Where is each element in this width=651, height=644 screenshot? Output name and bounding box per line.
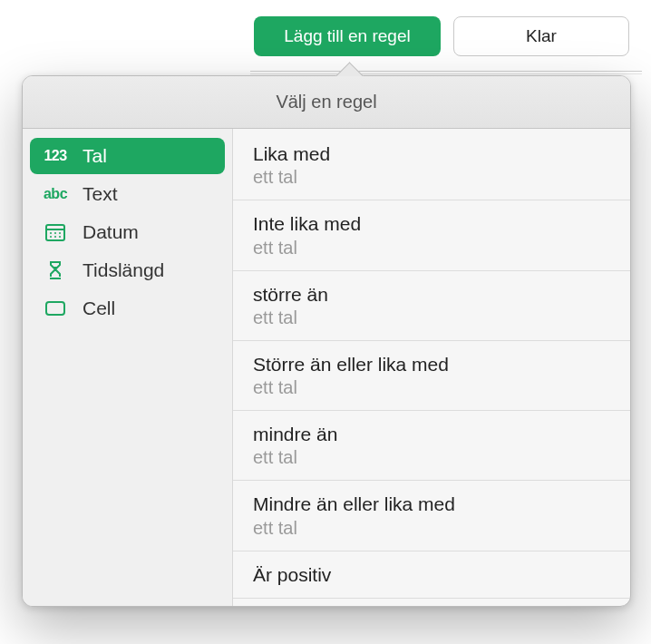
sidebar-item-label: Tidslängd bbox=[83, 259, 164, 281]
cell-icon bbox=[41, 299, 70, 317]
rule-subtitle: ett tal bbox=[253, 237, 610, 259]
svg-rect-8 bbox=[46, 302, 64, 315]
rule-list[interactable]: Lika medett talInte lika medett talstörr… bbox=[233, 129, 630, 606]
rule-item[interactable]: Är positiv bbox=[233, 551, 630, 599]
popover-body: 123TalabcTextDatumTidslängdCell Lika med… bbox=[23, 129, 630, 606]
rule-subtitle: ett tal bbox=[253, 166, 610, 189]
rule-title: Mindre än eller lika med bbox=[253, 493, 610, 516]
rule-title: Lika med bbox=[253, 142, 610, 166]
calendar-icon bbox=[41, 223, 70, 241]
sidebar-item-label: Cell bbox=[83, 298, 115, 319]
rule-title: större än bbox=[253, 283, 610, 307]
sidebar-item-text[interactable]: abcText bbox=[30, 176, 225, 212]
rule-popover: Välj en regel 123TalabcTextDatumTidsläng… bbox=[22, 75, 631, 607]
sidebar-item-label: Datum bbox=[83, 221, 139, 243]
done-button[interactable]: Klar bbox=[453, 16, 629, 56]
sidebar-item-cell[interactable]: Cell bbox=[30, 290, 225, 327]
rule-title: Är positiv bbox=[253, 563, 610, 587]
rule-title: Inte lika med bbox=[253, 212, 610, 236]
popover-arrow bbox=[334, 60, 364, 76]
rule-subtitle: ett tal bbox=[253, 517, 610, 540]
123-icon: 123 bbox=[41, 148, 70, 164]
rule-item[interactable]: Större än eller lika medett tal bbox=[233, 341, 630, 411]
rule-title: mindre än bbox=[253, 423, 610, 446]
toolbar: Lägg till en regel Klar bbox=[254, 16, 629, 56]
add-rule-button[interactable]: Lägg till en regel bbox=[254, 16, 441, 56]
sidebar-item-tidslangd[interactable]: Tidslängd bbox=[30, 252, 225, 288]
rule-subtitle: ett tal bbox=[253, 446, 610, 469]
sidebar-item-datum[interactable]: Datum bbox=[30, 214, 225, 250]
hourglass-icon bbox=[41, 260, 70, 280]
rule-item[interactable]: Mindre än eller lika medett tal bbox=[233, 481, 630, 551]
rule-title: Större än eller lika med bbox=[253, 353, 610, 376]
popover-title: Välj en regel bbox=[23, 76, 630, 129]
rule-item[interactable]: mindre änett tal bbox=[233, 411, 630, 481]
sidebar-item-label: Tal bbox=[83, 145, 107, 167]
rule-category-sidebar: 123TalabcTextDatumTidslängdCell bbox=[23, 129, 233, 606]
sidebar-item-label: Text bbox=[83, 183, 118, 205]
rule-subtitle: ett tal bbox=[253, 376, 610, 399]
sidebar-item-tal[interactable]: 123Tal bbox=[30, 138, 225, 174]
rule-item[interactable]: Lika medett tal bbox=[233, 131, 630, 200]
abc-icon: abc bbox=[41, 186, 70, 202]
rule-item[interactable]: större änett tal bbox=[233, 271, 630, 341]
toolbar-divider bbox=[250, 71, 642, 74]
rule-subtitle: ett tal bbox=[253, 307, 610, 329]
rule-item[interactable]: Inte lika medett tal bbox=[233, 200, 630, 270]
